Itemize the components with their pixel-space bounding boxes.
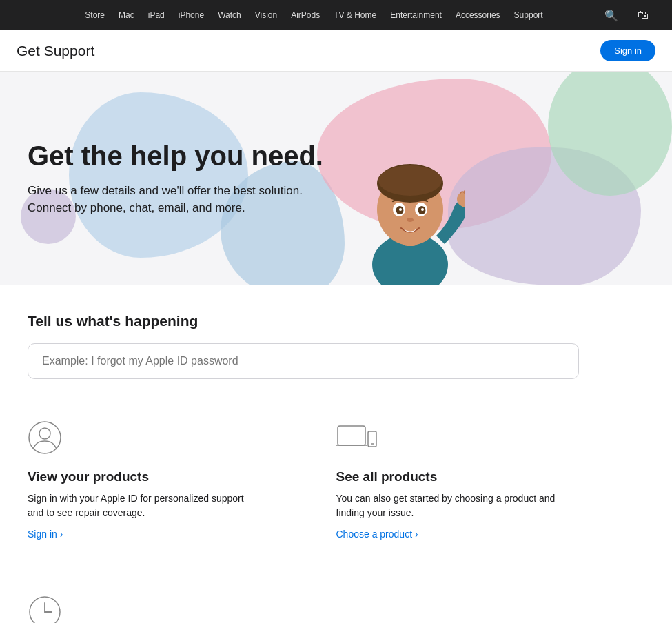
search-input[interactable] [28, 343, 579, 379]
see-all-products-description: You can also get started by choosing a p… [336, 491, 557, 520]
nav-links: Store Mac iPad iPhone Watch Vision AirPo… [78, 10, 549, 20]
main-content: Tell us what's happening View your produ… [0, 285, 672, 623]
nav-watch[interactable]: Watch [211, 10, 248, 20]
nav-tv-home[interactable]: TV & Home [327, 10, 383, 20]
support-activity-card: View support activity New [28, 581, 644, 623]
view-products-description: Sign in with your Apple ID for personali… [28, 491, 248, 520]
nav-ipad[interactable]: iPad [141, 10, 172, 20]
see-all-products-title: See all products [336, 469, 618, 484]
devices-icon [336, 420, 618, 457]
nav-entertainment[interactable]: Entertainment [383, 10, 449, 20]
hero-title: Get the help you need. [28, 141, 323, 171]
nav-vision[interactable]: Vision [248, 10, 284, 20]
see-all-products-card: See all products You can also get starte… [336, 407, 645, 553]
view-products-card: View your products Sign in with your App… [28, 407, 336, 553]
svg-point-11 [407, 218, 414, 222]
top-nav: Store Mac iPad iPhone Watch Vision AirPo… [0, 0, 672, 30]
clock-icon [28, 595, 644, 623]
sign-in-button[interactable]: Sign in [600, 40, 655, 61]
nav-icon-group: 🔍 🛍 [598, 9, 655, 22]
hero-text: Get the help you need. Give us a few det… [28, 141, 323, 217]
nav-support[interactable]: Support [507, 10, 550, 20]
nav-iphone[interactable]: iPhone [172, 10, 211, 20]
nav-store[interactable]: Store [78, 10, 112, 20]
nav-accessories[interactable]: Accessories [449, 10, 507, 20]
sign-in-link[interactable]: Sign in › [28, 529, 63, 540]
memoji-character [355, 120, 465, 285]
choose-product-link[interactable]: Choose a product › [336, 529, 418, 540]
hero-subtitle: Give us a few details and we'll offer th… [28, 182, 323, 217]
svg-point-10 [421, 208, 424, 211]
cards-row: View your products Sign in with your App… [28, 407, 644, 553]
svg-point-4 [378, 165, 442, 196]
svg-point-9 [399, 208, 402, 211]
support-page-title: Get Support [17, 43, 94, 59]
svg-rect-15 [338, 426, 365, 445]
search-icon[interactable]: 🔍 [598, 9, 625, 22]
search-section-title: Tell us what's happening [28, 313, 644, 329]
support-header: Get Support Sign in [0, 30, 672, 72]
nav-mac[interactable]: Mac [112, 10, 141, 20]
person-icon [28, 420, 309, 457]
svg-point-14 [39, 428, 50, 439]
bag-icon[interactable]: 🛍 [631, 9, 655, 21]
nav-airpods[interactable]: AirPods [284, 10, 327, 20]
hero-section: Get the help you need. Give us a few det… [0, 72, 672, 285]
view-products-title: View your products [28, 469, 309, 484]
